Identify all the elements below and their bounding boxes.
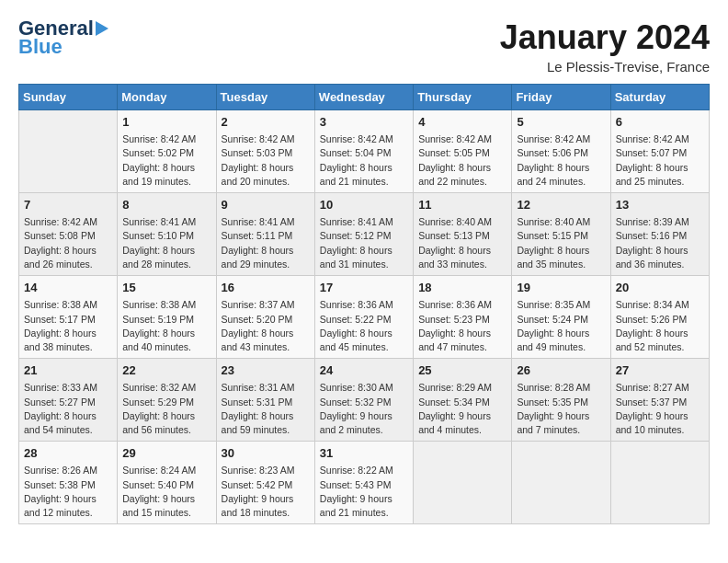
day-number: 17 (320, 280, 408, 296)
day-number: 8 (122, 197, 210, 213)
logo-blue: Blue (18, 37, 63, 57)
calendar-cell (414, 442, 512, 524)
day-number: 25 (418, 362, 506, 379)
calendar-header-monday: Monday (118, 85, 216, 110)
day-info: Sunrise: 8:36 AMSunset: 5:23 PMDaylight:… (418, 298, 506, 354)
calendar-cell: 21Sunrise: 8:33 AMSunset: 5:27 PMDayligh… (19, 359, 118, 442)
calendar-cell: 24Sunrise: 8:30 AMSunset: 5:32 PMDayligh… (314, 359, 413, 442)
calendar-week-row: 7Sunrise: 8:42 AMSunset: 5:08 PMDaylight… (19, 193, 710, 276)
day-info: Sunrise: 8:41 AMSunset: 5:11 PMDaylight:… (222, 215, 310, 271)
day-number: 1 (122, 114, 210, 131)
day-number: 18 (418, 280, 506, 296)
day-number: 22 (122, 362, 210, 379)
day-info: Sunrise: 8:31 AMSunset: 5:31 PMDaylight:… (222, 381, 310, 437)
day-info: Sunrise: 8:23 AMSunset: 5:42 PMDaylight:… (222, 464, 310, 520)
calendar-cell: 7Sunrise: 8:42 AMSunset: 5:08 PMDaylight… (19, 193, 118, 276)
calendar-cell: 5Sunrise: 8:42 AMSunset: 5:06 PMDaylight… (512, 110, 610, 193)
calendar-cell: 22Sunrise: 8:32 AMSunset: 5:29 PMDayligh… (118, 359, 216, 442)
calendar-cell (610, 442, 709, 524)
day-info: Sunrise: 8:35 AMSunset: 5:24 PMDaylight:… (517, 298, 605, 354)
day-number: 23 (222, 362, 310, 379)
calendar-header-friday: Friday (512, 85, 610, 110)
calendar-cell: 14Sunrise: 8:38 AMSunset: 5:17 PMDayligh… (19, 276, 118, 359)
calendar-table: SundayMondayTuesdayWednesdayThursdayFrid… (18, 84, 710, 524)
day-info: Sunrise: 8:36 AMSunset: 5:22 PMDaylight:… (320, 298, 408, 354)
day-info: Sunrise: 8:37 AMSunset: 5:20 PMDaylight:… (222, 298, 310, 354)
calendar-cell: 20Sunrise: 8:34 AMSunset: 5:26 PMDayligh… (610, 276, 709, 359)
day-info: Sunrise: 8:42 AMSunset: 5:07 PMDaylight:… (616, 132, 704, 189)
day-info: Sunrise: 8:32 AMSunset: 5:29 PMDaylight:… (122, 381, 210, 437)
day-info: Sunrise: 8:28 AMSunset: 5:35 PMDaylight:… (517, 381, 605, 437)
calendar-cell: 3Sunrise: 8:42 AMSunset: 5:04 PMDaylight… (314, 110, 413, 193)
day-number: 9 (222, 197, 310, 213)
calendar-cell: 29Sunrise: 8:24 AMSunset: 5:40 PMDayligh… (118, 442, 216, 524)
calendar-header-tuesday: Tuesday (216, 85, 314, 110)
calendar-cell: 19Sunrise: 8:35 AMSunset: 5:24 PMDayligh… (512, 276, 610, 359)
day-number: 19 (517, 280, 605, 296)
day-number: 10 (320, 197, 408, 213)
calendar-cell: 10Sunrise: 8:41 AMSunset: 5:12 PMDayligh… (314, 193, 413, 276)
calendar-header-wednesday: Wednesday (314, 85, 413, 110)
calendar-cell: 23Sunrise: 8:31 AMSunset: 5:31 PMDayligh… (216, 359, 314, 442)
day-number: 15 (122, 280, 210, 296)
day-info: Sunrise: 8:26 AMSunset: 5:38 PMDaylight:… (24, 464, 112, 520)
location: Le Plessis-Trevise, France (500, 59, 710, 75)
day-info: Sunrise: 8:42 AMSunset: 5:04 PMDaylight:… (320, 132, 408, 189)
day-number: 28 (24, 445, 112, 462)
calendar-cell: 13Sunrise: 8:39 AMSunset: 5:16 PMDayligh… (610, 193, 709, 276)
day-info: Sunrise: 8:22 AMSunset: 5:43 PMDaylight:… (320, 464, 408, 520)
calendar-cell: 18Sunrise: 8:36 AMSunset: 5:23 PMDayligh… (414, 276, 512, 359)
calendar-cell: 28Sunrise: 8:26 AMSunset: 5:38 PMDayligh… (19, 442, 118, 524)
day-number: 29 (122, 445, 210, 462)
calendar-cell: 15Sunrise: 8:38 AMSunset: 5:19 PMDayligh… (118, 276, 216, 359)
day-number: 31 (320, 445, 408, 462)
day-number: 7 (24, 197, 112, 213)
day-info: Sunrise: 8:42 AMSunset: 5:03 PMDaylight:… (222, 132, 310, 189)
logo-arrow-icon (96, 21, 108, 36)
calendar-cell: 8Sunrise: 8:41 AMSunset: 5:10 PMDaylight… (118, 193, 216, 276)
calendar-week-row: 14Sunrise: 8:38 AMSunset: 5:17 PMDayligh… (19, 276, 710, 359)
day-info: Sunrise: 8:38 AMSunset: 5:17 PMDaylight:… (24, 298, 112, 354)
day-number: 24 (320, 362, 408, 379)
day-number: 21 (24, 362, 112, 379)
day-number: 16 (222, 280, 310, 296)
day-info: Sunrise: 8:41 AMSunset: 5:12 PMDaylight:… (320, 215, 408, 271)
day-number: 27 (616, 362, 704, 379)
day-info: Sunrise: 8:27 AMSunset: 5:37 PMDaylight:… (616, 381, 704, 437)
calendar-cell (19, 110, 118, 193)
calendar-week-row: 1Sunrise: 8:42 AMSunset: 5:02 PMDaylight… (19, 110, 710, 193)
month-title: January 2024 (500, 18, 710, 57)
day-info: Sunrise: 8:33 AMSunset: 5:27 PMDaylight:… (24, 381, 112, 437)
day-number: 2 (222, 114, 310, 131)
calendar-cell: 30Sunrise: 8:23 AMSunset: 5:42 PMDayligh… (216, 442, 314, 524)
day-number: 11 (418, 197, 506, 213)
day-info: Sunrise: 8:40 AMSunset: 5:15 PMDaylight:… (517, 215, 605, 271)
day-number: 14 (24, 280, 112, 296)
calendar-cell: 2Sunrise: 8:42 AMSunset: 5:03 PMDaylight… (216, 110, 314, 193)
day-number: 30 (222, 445, 310, 462)
calendar-header-thursday: Thursday (414, 85, 512, 110)
day-info: Sunrise: 8:42 AMSunset: 5:08 PMDaylight:… (24, 215, 112, 271)
calendar-header-sunday: Sunday (19, 85, 118, 110)
day-info: Sunrise: 8:42 AMSunset: 5:02 PMDaylight:… (122, 132, 210, 189)
calendar-cell: 16Sunrise: 8:37 AMSunset: 5:20 PMDayligh… (216, 276, 314, 359)
calendar-header-row: SundayMondayTuesdayWednesdayThursdayFrid… (19, 85, 710, 110)
day-info: Sunrise: 8:42 AMSunset: 5:05 PMDaylight:… (418, 132, 506, 189)
logo: General Blue (18, 18, 108, 57)
calendar-cell: 25Sunrise: 8:29 AMSunset: 5:34 PMDayligh… (414, 359, 512, 442)
day-info: Sunrise: 8:42 AMSunset: 5:06 PMDaylight:… (517, 132, 605, 189)
calendar-header-saturday: Saturday (610, 85, 709, 110)
day-number: 5 (517, 114, 605, 131)
calendar-cell: 11Sunrise: 8:40 AMSunset: 5:13 PMDayligh… (414, 193, 512, 276)
page-header: General Blue January 2024 Le Plessis-Tre… (18, 18, 710, 75)
calendar-week-row: 28Sunrise: 8:26 AMSunset: 5:38 PMDayligh… (19, 442, 710, 524)
day-info: Sunrise: 8:34 AMSunset: 5:26 PMDaylight:… (616, 298, 704, 354)
title-area: January 2024 Le Plessis-Trevise, France (500, 18, 710, 75)
calendar-cell: 1Sunrise: 8:42 AMSunset: 5:02 PMDaylight… (118, 110, 216, 193)
day-number: 3 (320, 114, 408, 131)
day-number: 4 (418, 114, 506, 131)
day-info: Sunrise: 8:30 AMSunset: 5:32 PMDaylight:… (320, 381, 408, 437)
calendar-cell: 26Sunrise: 8:28 AMSunset: 5:35 PMDayligh… (512, 359, 610, 442)
day-info: Sunrise: 8:38 AMSunset: 5:19 PMDaylight:… (122, 298, 210, 354)
day-number: 12 (517, 197, 605, 213)
